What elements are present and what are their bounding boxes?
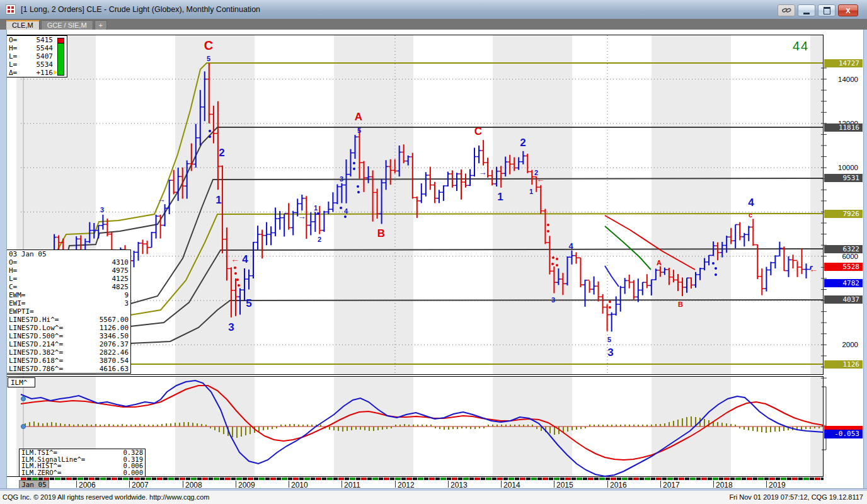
wave-label: A — [355, 111, 362, 123]
panel-row: LINES7D.786^=4616.63 — [7, 365, 130, 373]
wave-label: 5 — [207, 55, 210, 62]
panel-row: ILM.ZERO^=0.000 — [20, 469, 145, 476]
indicator-value-badge: -0.053 — [824, 430, 863, 438]
crosshair-marker — [21, 397, 26, 401]
wave-label: c — [749, 211, 752, 219]
wave-label: 4 — [344, 207, 348, 215]
panel-row: LINES7D.Hi^=5567.00 — [7, 316, 130, 324]
wave-label: 3 — [340, 175, 343, 183]
year-stripe — [334, 35, 413, 374]
year-stripe — [493, 35, 572, 374]
panel-row: H=4975 — [7, 266, 130, 275]
price-level-badge: 9531 — [824, 174, 863, 182]
year-tick — [554, 481, 554, 488]
year-tick — [183, 481, 183, 488]
panel-row: L=5534 — [7, 60, 55, 69]
order-arrow: → — [298, 212, 306, 221]
wave-dot-blue — [317, 212, 319, 215]
wave-label: 5 — [357, 127, 361, 134]
wave-dot-red — [547, 230, 549, 232]
wave-dot-blue — [353, 168, 355, 170]
indicator-label-box: ILM^ — [8, 377, 35, 387]
wave-label: 3 — [228, 321, 234, 334]
wave-dot-red — [556, 258, 558, 260]
panel-row: H=5544 — [7, 44, 55, 52]
app-icon — [6, 4, 16, 14]
price-level-badge: 6322 — [824, 245, 863, 253]
window-controls: X — [778, 4, 858, 16]
panel-row: LINES7D.382^=2822.46 — [7, 348, 130, 357]
tab-gce-sie-m[interactable]: GCE / SIE,M — [41, 20, 93, 30]
close-icon: X — [846, 7, 850, 14]
cursor-data-panel: 03 Jan 05 O=4310H=4975L=4125C=4825EWM=9E… — [6, 249, 131, 374]
panel-row: LINES7D.618^=3870.54 — [7, 357, 130, 365]
wave-label: 2 — [219, 147, 224, 159]
wave-label: C — [474, 125, 482, 138]
panel-row: EWPTI= — [7, 307, 130, 316]
cqg-chart-window: { "window": { "title": "[1 Long, 2 Order… — [0, 0, 867, 504]
time-axis[interactable]: Jan 05 200620072008200920102011201220132… — [0, 477, 867, 490]
wave-label: A — [657, 259, 662, 266]
year-tick — [660, 481, 661, 488]
year-tick — [342, 481, 342, 488]
wave-label: 2 — [520, 137, 525, 149]
status-bar: CQG Inc. © 2019 All rights reserved worl… — [0, 491, 867, 504]
panel-row: LINES7D.500^=3346.50 — [7, 332, 130, 340]
quote-panel: O=5415H=5544L=5407L=5534Δ=+116 — [6, 35, 67, 77]
wave-dot-blue — [209, 135, 211, 138]
wave-dot-red — [609, 306, 611, 309]
price-level-badge: 4037 — [824, 295, 863, 304]
panel-row: O=4310 — [7, 258, 130, 266]
price-level-badge: 11816 — [824, 123, 863, 132]
year-tick — [289, 481, 289, 488]
window-title: [1 Long, 2 Orders] CLE - Crude Light (Gl… — [21, 5, 260, 14]
year-tick — [76, 481, 77, 488]
year-tick — [766, 481, 767, 488]
axis-price-label: 2000 — [823, 341, 858, 348]
wave-label: 1 — [529, 188, 533, 195]
minimize-button[interactable] — [798, 4, 815, 16]
wave-label: 4 — [748, 197, 754, 209]
wave-dot-red — [547, 224, 549, 226]
indicator-value-rows: ILM.TSI^=0.328ILM.SignalLine^=0.319ILM.H… — [20, 449, 145, 476]
wave-label: B — [678, 301, 683, 308]
price-level-badge: 7926 — [824, 210, 863, 218]
cursor-date: 03 Jan 05 — [7, 250, 130, 258]
projection-line-green — [605, 226, 651, 270]
price-level-badge: 14727 — [824, 59, 863, 67]
wave-label: 3 — [551, 296, 555, 304]
restore-button[interactable] — [818, 4, 835, 16]
minimize-icon — [803, 13, 810, 14]
wave-label: 5 — [246, 297, 251, 310]
wave-dot-blue — [209, 130, 211, 132]
close-button[interactable]: X — [838, 4, 858, 16]
panel-row: L=4125 — [7, 275, 130, 283]
year-tick — [448, 481, 449, 488]
link-button[interactable] — [778, 4, 795, 16]
wave-dot-red — [236, 278, 239, 281]
year-tick — [501, 481, 502, 488]
wave-dot-blue — [353, 162, 355, 164]
panel-row: EWM=9 — [7, 291, 130, 299]
session-strip — [21, 478, 824, 480]
copyright-text: CQG Inc. © 2019 All rights reserved worl… — [3, 493, 209, 501]
clock-version-text: Fri Nov 01 2019 07:57:12, CQG 19.12.8117 — [729, 493, 863, 501]
tab-add[interactable]: + — [95, 20, 107, 30]
wave-label: B — [377, 227, 385, 240]
panel-row: EWI=3 — [7, 299, 130, 307]
chain-link-icon — [782, 7, 791, 14]
axis-price-label: 10000 — [823, 164, 858, 171]
wave-dot-red — [556, 264, 558, 266]
year-tick — [236, 481, 236, 488]
wave-label: 4 — [242, 253, 248, 266]
order-arrow: → — [158, 195, 166, 204]
wave-dot-blue — [340, 207, 342, 209]
price-level-badge: 5528 — [824, 263, 863, 271]
order-arrow: → — [479, 168, 487, 177]
tab-cle-m[interactable]: CLE,M — [6, 20, 40, 30]
axis-price-label: 6000 — [823, 253, 858, 260]
year-tick — [395, 481, 396, 488]
panel-row: Δ=+116 — [7, 69, 55, 77]
title-bar[interactable]: [1 Long, 2 Orders] CLE - Crude Light (Gl… — [0, 0, 867, 20]
bars-remaining-count: 44 — [793, 39, 809, 54]
